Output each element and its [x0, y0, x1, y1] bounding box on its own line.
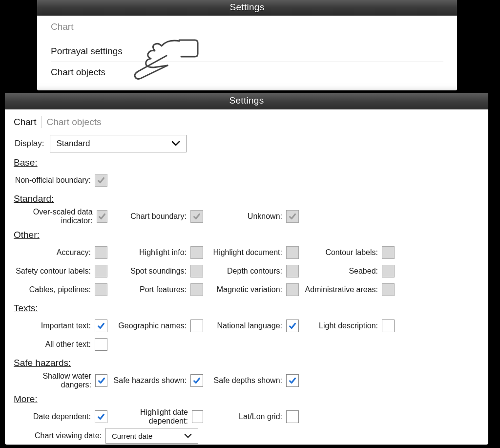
checkbox-port-features — [190, 283, 203, 296]
section-standard-grid: Over-scaled data indicator: Chart bounda… — [14, 207, 479, 226]
opt-highlight-document: Highlight document: — [205, 243, 301, 262]
checkbox-administrative-areas — [382, 283, 395, 296]
display-select-value: Standard — [56, 139, 90, 149]
opt-light-description: Light description: — [301, 317, 396, 335]
checkbox-cables-pipelines — [95, 283, 107, 296]
checkbox-date-dependent[interactable] — [95, 410, 107, 423]
opt-safe-depths-shown: Safe depths shown: — [205, 371, 301, 390]
display-label: Display: — [15, 139, 44, 149]
settings-panel: Settings Chart Chart objects Display: St… — [5, 93, 488, 445]
opt-contour-labels: Contour labels: — [301, 243, 396, 262]
checkbox-unknown — [286, 210, 299, 223]
chart-viewing-date-value: Current date — [112, 432, 152, 440]
checkbox-national-language[interactable] — [286, 320, 299, 332]
checkbox-all-other-text[interactable] — [95, 338, 107, 351]
opt-depth-contours: Depth contours: — [205, 262, 301, 280]
checkbox-lat-lon-grid[interactable] — [286, 410, 299, 423]
check-icon — [97, 376, 106, 385]
opt-important-text: Important text: — [14, 317, 109, 335]
section-other-title: Other: — [14, 230, 479, 240]
opt-highlight-date-dependent: Highlight date dependent: — [109, 407, 205, 426]
opt-highlight-info: Highlight info: — [109, 243, 205, 262]
checkbox-highlight-info — [190, 246, 203, 259]
check-icon — [97, 321, 105, 330]
section-texts-title: Texts: — [14, 303, 479, 314]
check-icon — [288, 321, 297, 330]
settings-menu-body: Chart Portrayal settings Chart objects — [37, 16, 457, 83]
checkbox-safe-depths-shown[interactable] — [286, 374, 299, 387]
checkbox-contour-labels — [382, 246, 395, 259]
checkbox-magnetic-variation — [286, 283, 299, 296]
checkbox-light-description[interactable] — [382, 320, 395, 332]
checkbox-over-scaled-data-indicator — [97, 210, 107, 223]
opt-unknown: Unknown: — [205, 207, 301, 226]
section-standard-title: Standard: — [14, 193, 479, 204]
opt-non-official-boundary: Non-official boundary: — [14, 171, 109, 190]
opt-port-features: Port features: — [109, 280, 205, 299]
checkbox-shallow-water-dangers[interactable] — [95, 374, 107, 387]
chart-viewing-date-label: Chart viewing date: — [14, 431, 102, 440]
display-row: Display: Standard — [14, 135, 479, 152]
checkbox-safe-hazards-shown[interactable] — [190, 374, 203, 387]
opt-date-dependent: Date dependent: — [14, 407, 109, 426]
check-icon — [97, 176, 105, 185]
section-base-grid: Non-official boundary: — [14, 171, 479, 190]
checkbox-safety-contour-labels — [95, 265, 107, 277]
opt-accuracy: Accuracy: — [14, 243, 109, 262]
opt-spot-soundings: Spot soundings: — [109, 262, 205, 280]
opt-shallow-water-dangers: Shallow water dangers: — [14, 371, 109, 390]
chevron-down-icon — [171, 141, 180, 147]
settings-menu-panel: Settings Chart Portrayal settings Chart … — [37, 0, 457, 90]
menu-item-portrayal-settings[interactable]: Portrayal settings — [51, 41, 443, 62]
section-other-grid: Accuracy: Highlight info: Highlight docu… — [14, 243, 479, 299]
opt-cables-pipelines: Cables, pipelines: — [14, 280, 109, 299]
opt-geographic-names: Geographic names: — [109, 317, 205, 335]
check-icon — [288, 212, 297, 221]
checkbox-non-official-boundary — [95, 174, 107, 187]
menu-item-chart-objects[interactable]: Chart objects — [51, 62, 443, 83]
opt-safe-hazards-shown: Safe hazards shown: — [109, 371, 205, 390]
check-icon — [97, 412, 105, 421]
opt-over-scaled-data-indicator: Over-scaled data indicator: — [14, 207, 109, 226]
chart-viewing-date-row: Chart viewing date: Current date — [14, 428, 479, 444]
breadcrumb-separator — [41, 116, 42, 128]
opt-magnetic-variation: Magnetic variation: — [205, 280, 301, 299]
check-icon — [98, 212, 106, 221]
checkbox-highlight-date-dependent[interactable] — [192, 410, 203, 423]
opt-chart-boundary: Chart boundary: — [109, 207, 205, 226]
checkbox-seabed — [382, 265, 395, 277]
section-texts-grid: Important text: Geographic names: Nation… — [14, 317, 479, 354]
checkbox-geographic-names[interactable] — [190, 320, 203, 332]
opt-safety-contour-labels: Safety contour labels: — [14, 262, 109, 280]
section-base-title: Base: — [14, 157, 479, 168]
checkbox-important-text[interactable] — [95, 320, 107, 332]
checkbox-depth-contours — [286, 265, 299, 277]
section-more-grid: Date dependent: Highlight date dependent… — [14, 407, 479, 426]
breadcrumb-leaf: Chart objects — [46, 117, 101, 128]
settings-menu-heading: Chart — [51, 21, 443, 32]
check-icon — [192, 212, 201, 221]
chart-viewing-date-select[interactable]: Current date — [105, 428, 198, 444]
checkbox-accuracy — [95, 246, 107, 259]
display-select[interactable]: Standard — [50, 135, 187, 152]
checkbox-highlight-document — [286, 246, 299, 259]
check-icon — [192, 376, 201, 385]
breadcrumb: Chart Chart objects — [14, 116, 479, 128]
breadcrumb-root[interactable]: Chart — [14, 117, 36, 128]
section-safehaz-grid: Shallow water dangers: Safe hazards show… — [14, 371, 479, 390]
checkbox-chart-boundary — [190, 210, 203, 223]
opt-lat-lon-grid: Lat/Lon grid: — [205, 407, 301, 426]
opt-all-other-text: All other text: — [14, 335, 109, 354]
check-icon — [288, 376, 297, 385]
settings-menu-title: Settings — [37, 0, 457, 16]
settings-panel-title: Settings — [5, 93, 488, 109]
chevron-down-icon — [184, 433, 192, 439]
section-safehaz-title: Safe hazards: — [14, 358, 479, 368]
section-more-title: More: — [14, 394, 479, 405]
opt-seabed: Seabed: — [301, 262, 396, 280]
opt-administrative-areas: Administrative areas: — [301, 280, 396, 299]
settings-panel-body: Chart Chart objects Display: Standard Ba… — [5, 109, 488, 448]
opt-national-language: National language: — [205, 317, 301, 335]
checkbox-spot-soundings — [190, 265, 203, 277]
